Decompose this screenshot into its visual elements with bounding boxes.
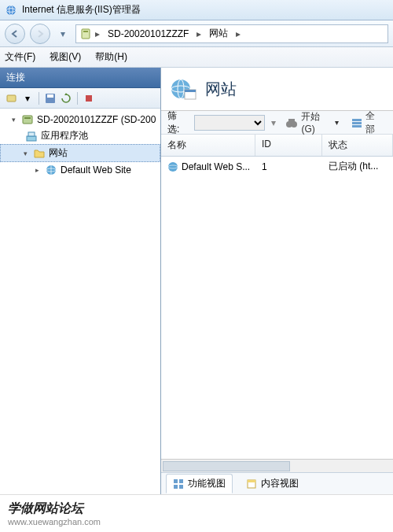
svg-point-26 — [168, 162, 178, 172]
svg-rect-28 — [174, 479, 178, 483]
server-icon — [79, 28, 92, 40]
binoculars-icon — [285, 117, 298, 128]
tab-features-view[interactable]: 功能视图 — [166, 474, 233, 493]
globe-icon — [45, 164, 57, 176]
tree-label: SD-20020101ZZZF (SD-200 — [37, 114, 156, 125]
menu-view[interactable]: 视图(V) — [50, 50, 81, 64]
svg-rect-11 — [27, 136, 36, 141]
menu-file[interactable]: 文件(F) — [5, 50, 35, 64]
sidebar: 连接 ▾ ▾ SD-20 — [0, 68, 161, 494]
brand-text: 学做网站论坛 — [8, 501, 385, 517]
svg-rect-4 — [83, 31, 88, 32]
chevron-right-icon: ▸ — [196, 28, 201, 39]
svg-rect-10 — [24, 117, 31, 119]
server-icon — [21, 113, 34, 126]
go-label: 开始(G) — [301, 110, 332, 135]
content-pane: 网站 筛选: ▾ 开始(G) ▾ 全部 名称 ID 状态 — [161, 68, 393, 494]
nav-bar: ▾ ▸ SD-20020101ZZZF ▸ 网站 ▸ — [0, 20, 393, 47]
connections-tree[interactable]: ▾ SD-20020101ZZZF (SD-200 应用程序池 ▾ 网 — [0, 109, 160, 494]
svg-rect-30 — [174, 485, 178, 489]
tab-label: 内容视图 — [261, 477, 299, 490]
svg-rect-25 — [352, 125, 362, 127]
col-name[interactable]: 名称 — [161, 135, 255, 156]
svg-rect-9 — [23, 116, 32, 124]
col-status[interactable]: 状态 — [322, 135, 393, 156]
show-all-label: 全部 — [365, 109, 384, 136]
col-id[interactable]: ID — [255, 135, 322, 156]
chevron-right-icon: ▸ — [95, 28, 100, 39]
svg-rect-33 — [248, 480, 255, 482]
svg-rect-22 — [288, 119, 295, 123]
breadcrumb-server[interactable]: SD-20020101ZZZF — [103, 27, 193, 41]
dropdown-icon[interactable]: ▾ — [20, 91, 35, 105]
tree-node-default-site[interactable]: ▸ Default Web Site — [0, 162, 160, 178]
cell-name: Default Web S... — [161, 157, 255, 176]
sites-icon — [171, 76, 197, 102]
window-title: Internet 信息服务(IIS)管理器 — [22, 3, 141, 17]
svg-rect-3 — [82, 29, 90, 39]
filter-bar: 筛选: ▾ 开始(G) ▾ 全部 — [161, 111, 393, 135]
tree-node-apppools[interactable]: 应用程序池 — [0, 127, 160, 144]
globe-icon — [167, 161, 178, 172]
svg-rect-29 — [179, 479, 183, 483]
collapse-icon[interactable]: ▾ — [9, 116, 18, 124]
back-button[interactable] — [5, 24, 25, 44]
stop-icon[interactable] — [82, 91, 96, 105]
table-row[interactable]: Default Web S... 1 已启动 (ht... — [161, 157, 393, 176]
svg-rect-24 — [352, 122, 362, 124]
folder-icon — [33, 147, 46, 160]
svg-rect-8 — [86, 95, 92, 102]
breadcrumb[interactable]: ▸ SD-20020101ZZZF ▸ 网站 ▸ — [75, 24, 388, 43]
grid-header: 名称 ID 状态 — [161, 135, 393, 157]
svg-rect-31 — [179, 485, 183, 489]
refresh-icon[interactable] — [59, 91, 73, 105]
svg-rect-7 — [47, 94, 53, 98]
tree-label: 应用程序池 — [41, 129, 88, 142]
cell-status: 已启动 (ht... — [322, 157, 393, 176]
content-header: 网站 — [161, 68, 393, 111]
menu-bar: 文件(F) 视图(V) 帮助(H) — [0, 47, 393, 68]
forward-button[interactable] — [30, 24, 50, 44]
chevron-right-icon: ▸ — [236, 28, 241, 39]
go-button[interactable]: 开始(G) ▾ — [282, 110, 342, 135]
watermark: 学做网站论坛 www.xuewangzhan.com — [0, 494, 393, 532]
main-area: 连接 ▾ ▾ SD-20 — [0, 68, 393, 494]
horizontal-scrollbar[interactable] — [161, 459, 393, 472]
view-tabs: 功能视图 内容视图 — [161, 472, 393, 494]
filter-select[interactable] — [194, 115, 265, 131]
features-icon — [173, 478, 184, 490]
tree-label: 网站 — [49, 146, 68, 160]
page-title: 网站 — [205, 79, 237, 100]
show-all-button[interactable]: 全部 — [348, 109, 387, 136]
title-bar: Internet 信息服务(IIS)管理器 — [0, 0, 393, 20]
tree-node-sites[interactable]: ▾ 网站 — [0, 144, 160, 162]
brand-url: www.xuewangzhan.com — [8, 517, 385, 526]
content-icon — [246, 478, 257, 490]
sidebar-header: 连接 — [0, 68, 160, 88]
collapse-icon[interactable]: ▾ — [21, 149, 30, 157]
connect-icon[interactable] — [5, 91, 19, 105]
sidebar-toolbar: ▾ — [0, 88, 160, 109]
svg-rect-19 — [185, 90, 196, 92]
save-icon[interactable] — [43, 91, 57, 105]
grid-body[interactable]: Default Web S... 1 已启动 (ht... — [161, 157, 393, 459]
divider — [39, 92, 39, 105]
apppool-icon — [25, 130, 38, 142]
divider — [77, 92, 78, 105]
breadcrumb-sites[interactable]: 网站 — [204, 25, 233, 42]
cell-id: 1 — [255, 157, 322, 176]
tab-content-view[interactable]: 内容视图 — [239, 474, 306, 493]
iis-icon — [5, 4, 17, 17]
expand-icon[interactable]: ▸ — [33, 166, 42, 175]
svg-rect-23 — [352, 119, 362, 121]
showall-icon — [351, 117, 362, 128]
svg-point-0 — [6, 6, 16, 15]
tree-label: Default Web Site — [61, 164, 131, 175]
tree-node-server[interactable]: ▾ SD-20020101ZZZF (SD-200 — [0, 112, 160, 127]
svg-rect-5 — [7, 95, 16, 102]
svg-rect-12 — [28, 132, 35, 136]
history-dropdown[interactable]: ▾ — [55, 26, 71, 42]
filter-label: 筛选: — [167, 109, 188, 136]
menu-help[interactable]: 帮助(H) — [95, 50, 127, 64]
tab-label: 功能视图 — [188, 477, 226, 490]
